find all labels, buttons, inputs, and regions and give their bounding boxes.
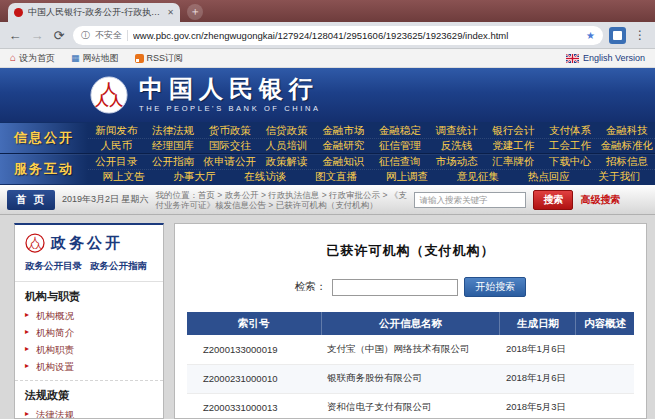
sidebar-section-org: 机构与职责 机构概况机构简介机构职责机构设置 <box>15 282 163 380</box>
nav-link[interactable]: 热点回应 <box>513 170 584 184</box>
breadcrumb[interactable]: 我的位置：首页 > 政务公开 > 行政执法信息 > 行政审批公示 > 《支付业务… <box>155 190 407 210</box>
close-tab-icon[interactable]: ✕ <box>167 8 174 17</box>
nav-link[interactable]: 市场动态 <box>428 155 485 169</box>
rss-label: RSS订阅 <box>147 52 184 65</box>
nav-link[interactable]: 工会工作 <box>542 139 599 153</box>
nav-link[interactable]: 图文直播 <box>301 170 372 184</box>
sidebar-item[interactable]: 机构简介 <box>25 325 153 342</box>
sidebar-item[interactable]: 机构职责 <box>25 342 153 359</box>
refresh-icon[interactable]: ⟳ <box>51 28 67 43</box>
retrieve-input[interactable] <box>332 279 458 296</box>
nav-link[interactable]: 意见征集 <box>442 170 513 184</box>
nav-link[interactable]: 货币政策 <box>201 124 258 138</box>
nav-link[interactable]: 法律法规 <box>145 124 202 138</box>
pbc-emblem-icon: 人 人 人 <box>90 76 128 114</box>
nav-link[interactable]: 金融标准化 <box>598 139 655 153</box>
nav-link[interactable]: 支付体系 <box>542 124 599 138</box>
cell-name-link[interactable]: 资和信电子支付有限公司 <box>321 393 500 419</box>
nav-section-service-interaction[interactable]: 服务互动 <box>0 154 88 184</box>
home-icon: ⌂ <box>10 53 16 63</box>
nav-link[interactable]: 信贷政策 <box>258 124 315 138</box>
english-version-link[interactable]: English Version <box>566 53 645 63</box>
sitemap-link[interactable]: ▦ 网站地图 <box>71 52 119 65</box>
nav-link[interactable]: 征信查询 <box>372 155 429 169</box>
url-text[interactable]: www.pbc.gov.cn/zhengwugongkai/127924/128… <box>133 30 581 41</box>
nav-section-info-disclosure[interactable]: 信息公开 <box>0 123 88 153</box>
info-icon[interactable]: ⓘ <box>81 29 90 42</box>
rss-link[interactable]: RSS订阅 <box>135 52 184 65</box>
cell-name-link[interactable]: 银联商务股份有限公司 <box>321 364 500 393</box>
table-header-row: 索引号 公开信息名称 生成日期 内容概述 <box>187 312 634 335</box>
nav-link[interactable]: 依申请公开 <box>201 155 258 169</box>
nav-link[interactable]: 国际交往 <box>201 139 258 153</box>
license-table: 索引号 公开信息名称 生成日期 内容概述 Z2000133000019 支付宝（… <box>187 312 634 419</box>
nav-link[interactable]: 网上文告 <box>88 170 159 184</box>
nav-link[interactable]: 党建工作 <box>485 139 542 153</box>
nav-link[interactable]: 人民币 <box>88 139 145 153</box>
cell-index: Z2000331000013 <box>187 393 321 419</box>
back-icon[interactable]: ← <box>7 28 23 43</box>
nav-link[interactable]: 办事大厅 <box>159 170 230 184</box>
nav-row: 人民币经理国库国际交往人员培训金融研究征信管理反洗钱党建工作工会工作金融标准化 <box>88 138 655 153</box>
nav-link[interactable]: 金融稳定 <box>372 124 429 138</box>
nav-link[interactable]: 金融研究 <box>315 139 372 153</box>
nav-link[interactable]: 银行会计 <box>485 124 542 138</box>
search-button[interactable]: 搜索 <box>533 190 573 210</box>
bookmark-star-icon[interactable]: ★ <box>586 30 595 41</box>
set-homepage-link[interactable]: ⌂ 设为首页 <box>10 52 55 65</box>
cell-desc <box>576 335 634 364</box>
extension-icon[interactable] <box>609 27 626 44</box>
cell-date: 2018年5月3日 <box>500 393 576 419</box>
sidebar-header: 人 人 人 政务公开 <box>15 225 163 258</box>
table-row: Z2000231000010 银联商务股份有限公司 2018年1月6日 <box>187 364 634 393</box>
sidebar-section-org-title[interactable]: 机构与职责 <box>25 289 153 304</box>
col-header-name: 公开信息名称 <box>321 312 500 335</box>
nav-link[interactable]: 金融市场 <box>315 124 372 138</box>
nav-link[interactable]: 公开目录 <box>88 155 145 169</box>
forward-icon[interactable]: → <box>29 28 45 43</box>
nav-link[interactable]: 网上调查 <box>372 170 443 184</box>
nav-link[interactable]: 关于我们 <box>584 170 655 184</box>
sidebar-item[interactable]: 机构设置 <box>25 359 153 376</box>
address-bar[interactable]: ⓘ 不安全 www.pbc.gov.cn/zhengwugongkai/1279… <box>73 26 603 45</box>
cell-name-link[interactable]: 支付宝（中国）网络技术有限公司 <box>321 335 500 364</box>
nav-link[interactable]: 下载中心 <box>542 155 599 169</box>
start-search-button[interactable]: 开始搜索 <box>464 277 526 297</box>
sidebar-top-links: 政务公开目录政务公开指南 <box>15 258 163 282</box>
nav-link[interactable]: 经理国库 <box>145 139 202 153</box>
content-area: 人 人 人 政务公开 政务公开目录政务公开指南 机构与职责 机构概况机构简介机构… <box>0 215 655 419</box>
browser-tab[interactable]: 中国人民银行-政务公开-行政执法信息 ✕ <box>8 3 180 22</box>
sidebar-link[interactable]: 政务公开指南 <box>90 260 147 273</box>
nav-link[interactable]: 金融知识 <box>315 155 372 169</box>
new-tab-button[interactable]: ＋ <box>187 4 203 20</box>
sidebar-section-laws-items: 法律法规 <box>25 407 153 419</box>
advanced-search-link[interactable]: 高级搜索 <box>580 193 620 207</box>
nav-link[interactable]: 新闻发布 <box>88 124 145 138</box>
nav-link[interactable]: 调查统计 <box>428 124 485 138</box>
site-search-input[interactable] <box>414 192 526 208</box>
col-header-index: 索引号 <box>187 312 321 335</box>
cell-date: 2018年1月6日 <box>500 335 576 364</box>
sidebar-link[interactable]: 政务公开目录 <box>25 260 82 273</box>
nav-link[interactable]: 在线访谈 <box>230 170 301 184</box>
nav-link[interactable]: 征信管理 <box>372 139 429 153</box>
browser-window: 中国人民银行-政务公开-行政执法信息 ✕ ＋ ← → ⟳ ⓘ 不安全 www.p… <box>0 0 655 419</box>
nav-link[interactable]: 政策解读 <box>258 155 315 169</box>
nav-link[interactable]: 汇率牌价 <box>485 155 542 169</box>
home-button[interactable]: 首 页 <box>7 190 55 210</box>
svg-text:人: 人 <box>34 242 42 250</box>
sidebar-emblem-icon: 人 人 人 <box>25 233 45 253</box>
nav-link[interactable]: 人员培训 <box>258 139 315 153</box>
main-navigation: 信息公开 新闻发布法律法规货币政策信贷政策金融市场金融稳定调查统计银行会计支付体… <box>0 122 655 185</box>
sitemap-label: 网站地图 <box>83 52 119 65</box>
browser-menu-icon[interactable]: ⋮ <box>632 28 648 42</box>
sidebar-item[interactable]: 法律法规 <box>25 407 153 419</box>
sidebar-section-laws-title[interactable]: 法规政策 <box>25 388 153 403</box>
nav-link[interactable]: 反洗钱 <box>428 139 485 153</box>
sidebar-item[interactable]: 机构概况 <box>25 308 153 325</box>
nav-link[interactable]: 金融科技 <box>598 124 655 138</box>
col-header-date: 生成日期 <box>500 312 576 335</box>
page-title: 已获许可机构（支付机构） <box>187 242 634 260</box>
nav-link[interactable]: 招标信息 <box>598 155 655 169</box>
nav-link[interactable]: 公开指南 <box>145 155 202 169</box>
